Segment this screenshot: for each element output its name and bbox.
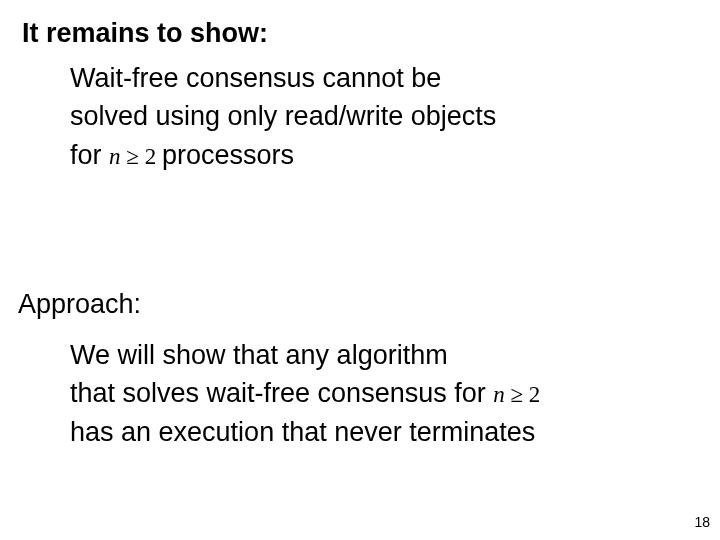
- text-for: for: [70, 140, 109, 170]
- statement-line-3: for n ≥ 2 processors: [70, 136, 698, 174]
- math-var-n: n: [109, 144, 121, 169]
- statement-block: Wait-free consensus cannot be solved usi…: [70, 59, 698, 174]
- math-var-n-b: n: [493, 382, 505, 407]
- heading-approach: Approach:: [18, 289, 698, 320]
- approach-line-1: We will show that any algorithm: [70, 336, 698, 374]
- slide: It remains to show: Wait-free consensus …: [0, 0, 720, 540]
- approach-line-3: has an execution that never terminates: [70, 413, 698, 451]
- math-op-ge: ≥: [121, 144, 145, 169]
- math-n-ge-2-b: n ≥ 2: [493, 382, 540, 407]
- approach-block: We will show that any algorithm that sol…: [70, 336, 698, 451]
- statement-line-1: Wait-free consensus cannot be: [70, 59, 698, 97]
- text-solves-consensus: that solves wait-free consensus for: [70, 378, 493, 408]
- statement-line-2: solved using only read/write objects: [70, 97, 698, 135]
- math-op-ge-b: ≥: [505, 382, 529, 407]
- approach-line-2: that solves wait-free consensus for n ≥ …: [70, 374, 698, 412]
- math-num-2-b: 2: [529, 382, 541, 407]
- text-processors: processors: [162, 140, 294, 170]
- math-n-ge-2: n ≥ 2: [109, 144, 162, 169]
- page-number: 18: [694, 514, 710, 530]
- heading-remains-to-show: It remains to show:: [22, 18, 698, 49]
- math-num-2: 2: [145, 144, 157, 169]
